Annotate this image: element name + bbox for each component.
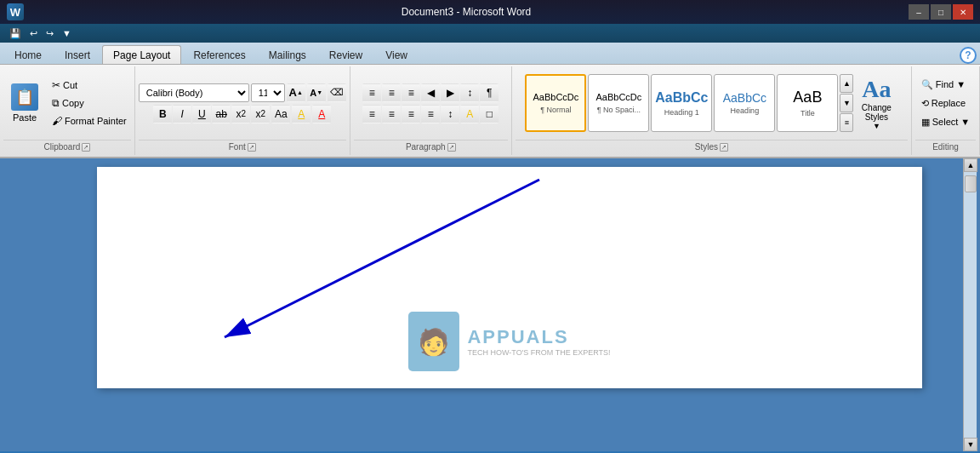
borders-button[interactable]: □: [480, 105, 499, 123]
styles-scroll-controls: ▲ ▼ ≡: [840, 74, 853, 132]
styles-more-btn[interactable]: ≡: [840, 113, 853, 132]
shrink-font-button[interactable]: A▼: [307, 83, 326, 102]
superscript-button[interactable]: x2: [251, 105, 270, 123]
underline-button[interactable]: U: [192, 105, 211, 123]
paragraph-expand-btn[interactable]: ↗: [447, 143, 456, 152]
normal-label: ¶ Normal: [540, 106, 571, 114]
help-button[interactable]: ?: [960, 47, 977, 64]
appuals-title: APPUALS: [467, 326, 610, 348]
align-center-button[interactable]: ≡: [382, 105, 401, 123]
align-left-button[interactable]: ≡: [362, 105, 381, 123]
heading2-preview: AaBbCc: [723, 91, 766, 106]
styles-scroll-up[interactable]: ▲: [840, 74, 853, 93]
change-styles-button[interactable]: Aa Change Styles ▼: [855, 72, 897, 135]
styles-label: Styles ↗: [516, 140, 908, 153]
justify-button[interactable]: ≡: [421, 105, 440, 123]
left-ruler: [0, 158, 55, 451]
ribbon-tabs: Home Insert Page Layout References Maili…: [0, 43, 980, 65]
font-group: Calibri (Body) 11 A▲ A▼ ⌫ B I U ab x2 x2: [135, 66, 350, 155]
tab-mailings[interactable]: Mailings: [258, 45, 317, 64]
maximize-button[interactable]: □: [931, 4, 951, 20]
strikethrough-button[interactable]: ab: [212, 105, 231, 123]
tab-pagelayout[interactable]: Page Layout: [102, 45, 181, 64]
font-size-select[interactable]: 11: [251, 83, 285, 102]
word-logo[interactable]: W: [7, 3, 24, 20]
scroll-thumb[interactable]: [965, 175, 977, 192]
replace-button[interactable]: ⟲ Replace: [917, 95, 970, 112]
grow-font-button[interactable]: A▲: [287, 83, 305, 102]
undo-quick-btn[interactable]: ↩: [27, 27, 40, 40]
style-heading1[interactable]: AaBbCc Heading 1: [651, 74, 712, 132]
increase-indent-button[interactable]: ▶: [441, 83, 459, 102]
clipboard-small-btns: ✂ Cut ⧉ Copy 🖌 Format Painter: [48, 68, 131, 138]
replace-icon: ⟲: [921, 98, 929, 109]
right-scrollbar-area: ▲ ▼: [963, 158, 980, 451]
tab-home[interactable]: Home: [3, 45, 53, 64]
sort-button[interactable]: ↕: [460, 83, 479, 102]
editing-content: 🔍 Find ▼ ⟲ Replace ▦ Select ▼: [917, 68, 975, 138]
select-button[interactable]: ▦ Select ▼: [917, 114, 975, 130]
content-area: 🧑 APPUALS TECH HOW-TO'S FROM THE EXPERTS…: [0, 158, 980, 451]
minimize-button[interactable]: –: [909, 4, 929, 20]
styles-content: AaBbCcDc ¶ Normal AaBbCcDc ¶ No Spaci...…: [525, 68, 897, 138]
format-painter-button[interactable]: 🖌 Format Painter: [48, 112, 131, 129]
title-bar: W Document3 - Microsoft Word – □ ✕: [0, 0, 980, 24]
subscript-button[interactable]: x2: [231, 105, 250, 123]
line-spacing-button[interactable]: ↕: [441, 105, 459, 123]
close-button[interactable]: ✕: [953, 4, 973, 20]
vertical-scrollbar[interactable]: ▲ ▼: [963, 158, 977, 451]
change-styles-label: Change Styles: [859, 103, 893, 122]
select-icon: ▦: [921, 117, 930, 128]
font-family-select[interactable]: Calibri (Body): [139, 83, 249, 102]
show-hide-button[interactable]: ¶: [480, 83, 499, 102]
style-heading2[interactable]: AaBbCc Heading: [714, 74, 775, 132]
font-expand-btn[interactable]: ↗: [248, 143, 256, 152]
highlight-button[interactable]: A: [292, 105, 311, 123]
document-area[interactable]: 🧑 APPUALS TECH HOW-TO'S FROM THE EXPERTS…: [55, 158, 963, 451]
scroll-up-arrow[interactable]: ▲: [964, 158, 977, 172]
bold-button[interactable]: B: [153, 105, 172, 123]
appuals-text-block: APPUALS TECH HOW-TO'S FROM THE EXPERTS!: [467, 326, 610, 357]
change-styles-icon: Aa: [862, 76, 891, 103]
tab-insert[interactable]: Insert: [54, 45, 101, 64]
font-label: Font ↗: [139, 140, 346, 153]
clear-format-button[interactable]: ⌫: [328, 83, 346, 102]
italic-button[interactable]: I: [173, 105, 191, 123]
cut-button[interactable]: ✂ Cut: [48, 77, 131, 94]
paste-button[interactable]: 📋 Paste: [3, 68, 46, 138]
numbering-button[interactable]: ≡: [382, 83, 401, 102]
shading-button[interactable]: A: [460, 105, 479, 123]
tab-references[interactable]: References: [182, 45, 256, 64]
style-normal[interactable]: AaBbCcDc ¶ Normal: [525, 74, 586, 132]
paragraph-content: ≡ ≡ ≡ ◀ ▶ ↕ ¶ ≡ ≡ ≡ ≡ ↕ A □: [362, 68, 499, 138]
styles-expand-btn[interactable]: ↗: [720, 143, 728, 152]
style-nospacing[interactable]: AaBbCcDc ¶ No Spaci...: [588, 74, 649, 132]
format-buttons: B I U ab x2 x2: [153, 105, 270, 123]
tab-review[interactable]: Review: [318, 45, 373, 64]
style-gallery: AaBbCcDc ¶ Normal AaBbCcDc ¶ No Spaci...…: [525, 74, 838, 132]
scroll-down-arrow[interactable]: ▼: [964, 438, 977, 451]
tab-view[interactable]: View: [374, 45, 419, 64]
styles-scroll-down[interactable]: ▼: [840, 94, 853, 112]
document-page[interactable]: 🧑 APPUALS TECH HOW-TO'S FROM THE EXPERTS…: [97, 167, 922, 388]
font-color-button[interactable]: A: [312, 105, 331, 123]
find-button[interactable]: 🔍 Find ▼: [917, 77, 970, 93]
multilevel-list-button[interactable]: ≡: [402, 83, 420, 102]
heading1-preview: AaBbCc: [655, 89, 708, 106]
decrease-indent-button[interactable]: ◀: [421, 83, 440, 102]
change-case-button[interactable]: Aa: [271, 105, 290, 123]
bullets-button[interactable]: ≡: [362, 83, 381, 102]
app-title: Document3 - Microsoft Word: [24, 6, 909, 18]
redo-quick-btn[interactable]: ↪: [43, 27, 56, 40]
clipboard-expand-btn[interactable]: ↗: [82, 143, 90, 152]
appuals-character: 🧑: [407, 312, 459, 371]
quickaccess-dropdown-btn[interactable]: ▼: [60, 27, 74, 39]
copy-button[interactable]: ⧉ Copy: [48, 95, 131, 112]
font-row-1: Calibri (Body) 11 A▲ A▼ ⌫: [139, 83, 346, 102]
editing-group: 🔍 Find ▼ ⟲ Replace ▦ Select ▼ Editing: [912, 66, 980, 155]
ribbon: 📋 Paste ✂ Cut ⧉ Copy 🖌 Format Painter C: [0, 65, 980, 158]
align-right-button[interactable]: ≡: [402, 105, 420, 123]
style-title[interactable]: AaB Title: [777, 74, 838, 132]
save-quick-btn[interactable]: 💾: [7, 27, 24, 40]
title-label: Title: [801, 109, 815, 118]
